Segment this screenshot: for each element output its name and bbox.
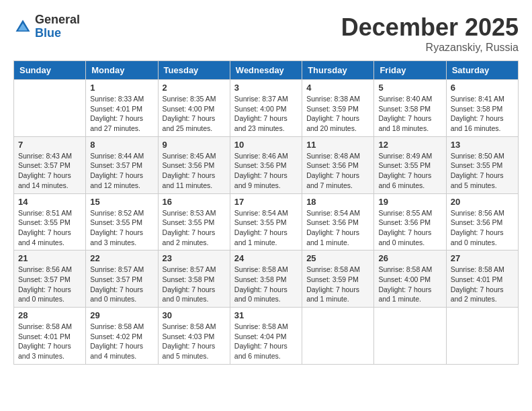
calendar-cell: 10Sunrise: 8:46 AMSunset: 3:56 PMDayligh… [230,136,302,193]
day-number: 5 [378,83,441,93]
day-number: 21 [18,253,81,263]
day-number: 9 [163,140,226,150]
day-info: Sunrise: 8:58 AMSunset: 4:03 PMDaylight:… [163,322,226,361]
day-number: 23 [163,253,226,263]
day-number: 6 [451,83,514,93]
day-number: 8 [90,140,153,150]
title-section: December 2025 Ryazanskiy, Russia [341,13,519,54]
day-info: Sunrise: 8:56 AMSunset: 3:57 PMDaylight:… [18,265,81,304]
day-info: Sunrise: 8:58 AMSunset: 3:59 PMDaylight:… [306,265,369,304]
calendar-cell: 16Sunrise: 8:53 AMSunset: 3:55 PMDayligh… [158,193,230,250]
calendar-cell: 31Sunrise: 8:58 AMSunset: 4:04 PMDayligh… [230,308,302,365]
day-info: Sunrise: 8:49 AMSunset: 3:55 PMDaylight:… [378,151,441,191]
day-info: Sunrise: 8:35 AMSunset: 4:00 PMDaylight:… [163,94,226,134]
day-number: 2 [163,83,226,93]
day-number: 25 [306,253,369,263]
calendar-cell: 23Sunrise: 8:57 AMSunset: 3:58 PMDayligh… [158,250,230,308]
day-info: Sunrise: 8:50 AMSunset: 3:55 PMDaylight:… [451,151,514,191]
day-info: Sunrise: 8:57 AMSunset: 3:58 PMDaylight:… [163,265,226,304]
day-number: 15 [90,197,153,207]
calendar-cell [374,308,446,365]
day-info: Sunrise: 8:45 AMSunset: 3:56 PMDaylight:… [163,151,226,191]
calendar-cell: 19Sunrise: 8:55 AMSunset: 3:56 PMDayligh… [374,193,446,250]
calendar-cell: 3Sunrise: 8:37 AMSunset: 4:00 PMDaylight… [230,80,302,137]
day-number: 12 [378,140,441,150]
column-header-monday: Monday [86,61,158,80]
day-info: Sunrise: 8:52 AMSunset: 3:55 PMDaylight:… [90,208,153,248]
day-info: Sunrise: 8:48 AMSunset: 3:56 PMDaylight:… [306,151,369,191]
day-info: Sunrise: 8:58 AMSunset: 4:04 PMDaylight:… [234,322,298,361]
calendar-cell: 8Sunrise: 8:44 AMSunset: 3:57 PMDaylight… [86,136,158,193]
calendar-cell [302,308,374,365]
day-number: 4 [306,83,369,93]
calendar-cell: 1Sunrise: 8:33 AMSunset: 4:01 PMDaylight… [86,80,158,137]
day-number: 27 [451,253,514,263]
day-info: Sunrise: 8:37 AMSunset: 4:00 PMDaylight:… [234,94,298,134]
calendar-cell: 13Sunrise: 8:50 AMSunset: 3:55 PMDayligh… [446,136,518,193]
calendar-cell: 30Sunrise: 8:58 AMSunset: 4:03 PMDayligh… [158,308,230,365]
day-info: Sunrise: 8:40 AMSunset: 3:58 PMDaylight:… [378,94,441,134]
day-info: Sunrise: 8:55 AMSunset: 3:56 PMDaylight:… [378,208,441,248]
calendar-cell: 26Sunrise: 8:58 AMSunset: 4:00 PMDayligh… [374,250,446,308]
logo-blue: Blue [35,27,80,40]
day-number: 19 [378,197,441,207]
day-info: Sunrise: 8:44 AMSunset: 3:57 PMDaylight:… [90,151,153,191]
calendar-cell: 5Sunrise: 8:40 AMSunset: 3:58 PMDaylight… [374,80,446,137]
calendar-cell: 22Sunrise: 8:57 AMSunset: 3:57 PMDayligh… [86,250,158,308]
column-header-tuesday: Tuesday [158,61,230,80]
day-info: Sunrise: 8:43 AMSunset: 3:57 PMDaylight:… [18,151,81,191]
column-header-sunday: Sunday [14,61,86,80]
logo-icon [13,17,32,36]
day-info: Sunrise: 8:54 AMSunset: 3:55 PMDaylight:… [234,208,298,248]
calendar-cell: 4Sunrise: 8:38 AMSunset: 3:59 PMDaylight… [302,80,374,137]
day-info: Sunrise: 8:38 AMSunset: 3:59 PMDaylight:… [306,94,369,134]
calendar-cell: 25Sunrise: 8:58 AMSunset: 3:59 PMDayligh… [302,250,374,308]
calendar-cell: 6Sunrise: 8:41 AMSunset: 3:58 PMDaylight… [446,80,518,137]
day-info: Sunrise: 8:58 AMSunset: 4:01 PMDaylight:… [18,322,81,361]
day-number: 1 [90,83,153,93]
calendar-cell: 20Sunrise: 8:56 AMSunset: 3:56 PMDayligh… [446,193,518,250]
calendar-cell: 17Sunrise: 8:54 AMSunset: 3:55 PMDayligh… [230,193,302,250]
day-number: 20 [451,197,514,207]
logo-text: General Blue [35,13,80,40]
page-header: General Blue December 2025 Ryazanskiy, R… [13,13,519,54]
calendar-cell: 27Sunrise: 8:58 AMSunset: 4:01 PMDayligh… [446,250,518,308]
calendar-cell: 15Sunrise: 8:52 AMSunset: 3:55 PMDayligh… [86,193,158,250]
day-number: 16 [163,197,226,207]
day-number: 3 [234,83,298,93]
day-number: 10 [234,140,298,150]
day-info: Sunrise: 8:58 AMSunset: 3:58 PMDaylight:… [234,265,298,304]
day-info: Sunrise: 8:57 AMSunset: 3:57 PMDaylight:… [90,265,153,304]
column-header-wednesday: Wednesday [230,61,302,80]
calendar-cell: 7Sunrise: 8:43 AMSunset: 3:57 PMDaylight… [14,136,86,193]
day-number: 30 [163,310,226,320]
calendar-cell [14,80,86,137]
day-number: 18 [306,197,369,207]
day-number: 7 [18,140,81,150]
day-info: Sunrise: 8:58 AMSunset: 4:01 PMDaylight:… [451,265,514,304]
location: Ryazanskiy, Russia [341,42,519,54]
logo: General Blue [13,13,80,40]
day-number: 22 [90,253,153,263]
day-number: 14 [18,197,81,207]
day-info: Sunrise: 8:58 AMSunset: 4:00 PMDaylight:… [378,265,441,304]
month-title: December 2025 [341,13,519,42]
day-info: Sunrise: 8:46 AMSunset: 3:56 PMDaylight:… [234,151,298,191]
calendar-cell: 18Sunrise: 8:54 AMSunset: 3:56 PMDayligh… [302,193,374,250]
day-info: Sunrise: 8:41 AMSunset: 3:58 PMDaylight:… [451,94,514,134]
calendar-cell: 28Sunrise: 8:58 AMSunset: 4:01 PMDayligh… [14,308,86,365]
day-info: Sunrise: 8:33 AMSunset: 4:01 PMDaylight:… [90,94,153,134]
day-number: 11 [306,140,369,150]
calendar-cell: 9Sunrise: 8:45 AMSunset: 3:56 PMDaylight… [158,136,230,193]
column-header-saturday: Saturday [446,61,518,80]
day-number: 24 [234,253,298,263]
day-number: 29 [90,310,153,320]
day-number: 26 [378,253,441,263]
day-info: Sunrise: 8:54 AMSunset: 3:56 PMDaylight:… [306,208,369,248]
day-info: Sunrise: 8:56 AMSunset: 3:56 PMDaylight:… [451,208,514,248]
day-number: 13 [451,140,514,150]
column-header-friday: Friday [374,61,446,80]
calendar-cell: 11Sunrise: 8:48 AMSunset: 3:56 PMDayligh… [302,136,374,193]
day-number: 17 [234,197,298,207]
calendar-cell [446,308,518,365]
